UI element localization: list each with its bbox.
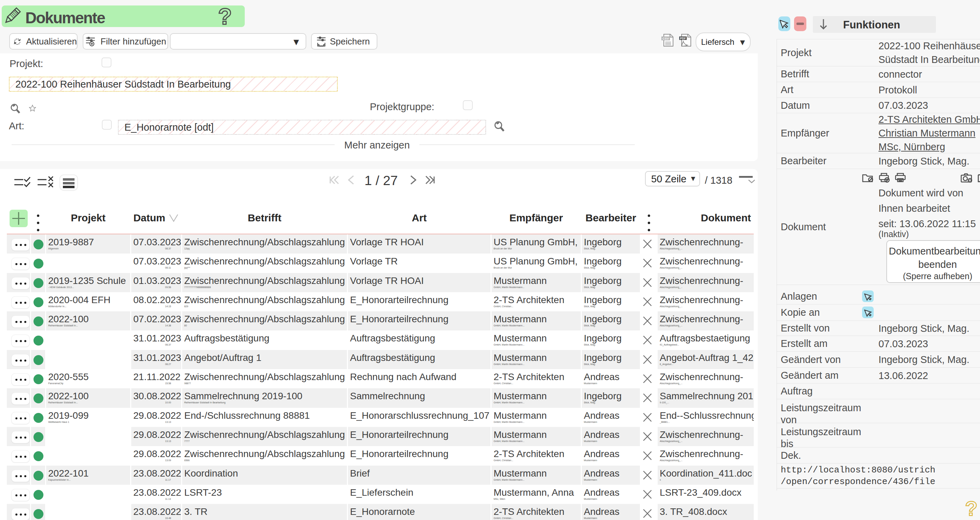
svg-text:CSV: CSV [662,37,669,40]
svg-text:PDF: PDF [680,37,686,40]
